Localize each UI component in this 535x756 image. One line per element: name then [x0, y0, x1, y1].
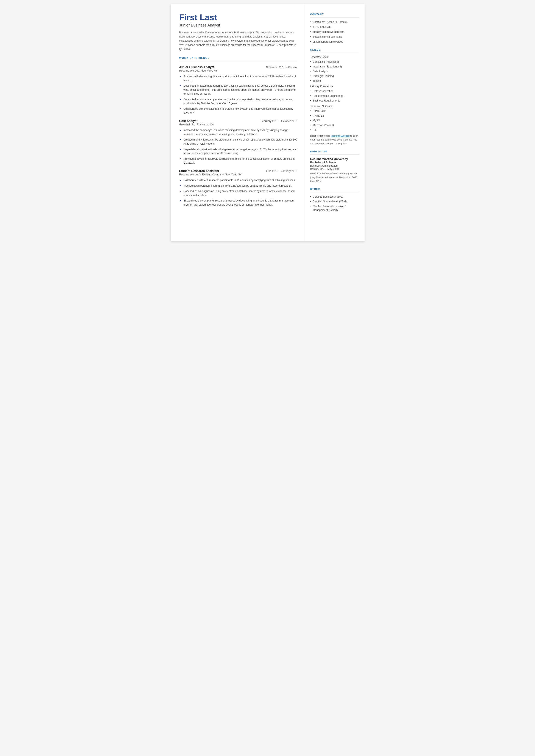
job-2-bullet-4: Provided analysis for a $500K business e… — [180, 157, 297, 165]
job-1-dates: November 2015 – Present — [266, 66, 297, 69]
other-heading: OTHER — [310, 188, 359, 190]
other-item-1: Certified Business Analyst. — [310, 195, 359, 199]
job-3-dates: June 2010 – January 2013 — [266, 170, 297, 173]
candidate-summary: Business analyst with 10 years of experi… — [179, 31, 297, 51]
promo-prefix: Don't forget to use — [310, 134, 331, 137]
edu-awards: Awards: Resume Worded Teaching Fellow (o… — [310, 172, 359, 183]
work-experience-heading: WORK EXPERIENCE — [179, 56, 297, 60]
work-experience-divider — [179, 62, 297, 62]
job-1-bullet-4: Collaborated with the sales team to crea… — [180, 107, 297, 115]
other-item-2: Certified ScrumMaster (CSM). — [310, 200, 359, 204]
skill-prince2: PRINCE2 — [310, 114, 359, 118]
candidate-title: Junior Business Analyst — [179, 23, 297, 28]
skill-itil: ITIL — [310, 128, 359, 132]
left-column: First Last Junior Business Analyst Busin… — [171, 4, 304, 241]
tools-skills-label: Tools and Software: — [310, 105, 359, 108]
other-item-3: Certified Associate in Project Managemen… — [310, 204, 359, 212]
education-divider — [310, 154, 359, 155]
skill-business-requirements: Business Requirements — [310, 99, 359, 102]
skill-integration: Integration (Experienced) — [310, 65, 359, 69]
skill-strategic-planning: Strategic Planning — [310, 74, 359, 78]
job-3-bullet-2: Tracked down pertinent information from … — [180, 184, 297, 188]
other-divider — [310, 192, 359, 192]
skill-data-analysis: Data Analysis — [310, 70, 359, 73]
job-2-bullet-3: Helped develop cost estimates that gener… — [180, 147, 297, 155]
job-3-bullet-3: Coached 75 colleagues on using an electr… — [180, 189, 297, 197]
job-3: Student Research Assistant June 2010 – J… — [179, 169, 297, 207]
job-1: Junior Business Analyst November 2015 – … — [179, 65, 297, 115]
edu-location: Boston, MA — May 2010 — [310, 167, 359, 170]
technical-skills-list: Consulting (Advanced) Integration (Exper… — [310, 60, 359, 83]
job-1-bullet-2: Developed an automated reporting tool tr… — [180, 84, 297, 96]
contact-linkedin: linkedin.com/in/username — [310, 35, 359, 39]
edu-field: Business Administration — [310, 164, 359, 167]
job-2-bullet-2: Created monthly forecasts, PL statements… — [180, 138, 297, 146]
contact-list: Seattle, WA (Open to Remote) +1-234-456-… — [310, 20, 359, 44]
job-2-title: Cost Analyst — [179, 119, 198, 123]
edu-degree: Bachelor of Science — [310, 161, 359, 164]
job-1-bullet-1: Assisted with developing 14 new products… — [180, 74, 297, 82]
skill-data-visualization: Data Visualization — [310, 89, 359, 93]
edu-school: Resume Worded University — [310, 157, 359, 160]
skill-requirements-engineering: Requirements Engineering — [310, 94, 359, 98]
job-2-dates: February 2013 – October 2015 — [261, 120, 297, 123]
industry-skills-list: Data Visualization Requirements Engineer… — [310, 89, 359, 102]
skill-sharepoint: SharePoint — [310, 109, 359, 113]
job-2-bullets: Increased the company's ROI while reduci… — [179, 128, 297, 165]
job-1-bullets: Assisted with developing 14 new products… — [179, 74, 297, 115]
contact-divider — [310, 17, 359, 17]
contact-github: github.com/resumeworded — [310, 40, 359, 44]
skills-heading: SKILLS — [310, 48, 359, 51]
tools-skills-list: SharePoint PRINCE2 MySQL Microsoft Power… — [310, 109, 359, 132]
job-1-header: Junior Business Analyst November 2015 – … — [179, 65, 297, 69]
promo-text: Don't forget to use Resume Worded to sca… — [310, 134, 359, 146]
job-3-header: Student Research Assistant June 2010 – J… — [179, 169, 297, 173]
contact-location: Seattle, WA (Open to Remote) — [310, 20, 359, 24]
skill-testing: Testing — [310, 79, 359, 83]
job-1-title: Junior Business Analyst — [179, 65, 214, 69]
job-1-bullet-3: Concocted an automated process that trac… — [180, 98, 297, 105]
job-2-company: Growthsi, San Francisco, CA — [179, 123, 297, 126]
job-2-header: Cost Analyst February 2013 – October 201… — [179, 119, 297, 123]
job-3-company: Resume Worded's Exciting Company, New Yo… — [179, 173, 297, 176]
candidate-name: First Last — [179, 13, 297, 22]
other-list: Certified Business Analyst. Certified Sc… — [310, 195, 359, 212]
job-3-bullet-1: Collaborated with 400 research participa… — [180, 178, 297, 182]
right-column: CONTACT Seattle, WA (Open to Remote) +1-… — [304, 4, 365, 241]
job-3-title: Student Research Assistant — [179, 169, 219, 173]
job-1-company: Resume Worded, New York, NY — [179, 69, 297, 72]
contact-heading: CONTACT — [310, 13, 359, 15]
job-3-bullets: Collaborated with 400 research participa… — [179, 178, 297, 207]
technical-skills-label: Technical Skills: — [310, 56, 359, 59]
contact-email: email@resumeworded.com — [310, 30, 359, 34]
promo-link[interactable]: Resume Worded — [331, 134, 350, 137]
job-2-bullet-1: Increased the company's ROI while reduci… — [180, 128, 297, 136]
resume-container: First Last Junior Business Analyst Busin… — [171, 4, 365, 241]
skills-divider — [310, 53, 359, 53]
job-2: Cost Analyst February 2013 – October 201… — [179, 119, 297, 165]
job-3-bullet-4: Streamlined the company's research proce… — [180, 199, 297, 207]
skill-consulting: Consulting (Advanced) — [310, 60, 359, 64]
industry-skills-label: Industry Knowledge: — [310, 85, 359, 88]
skill-power-bi: Microsoft Power BI — [310, 123, 359, 127]
education-heading: EDUCATION — [310, 150, 359, 153]
skill-mysql: MySQL — [310, 119, 359, 123]
contact-phone: +1-234-456-789 — [310, 25, 359, 29]
